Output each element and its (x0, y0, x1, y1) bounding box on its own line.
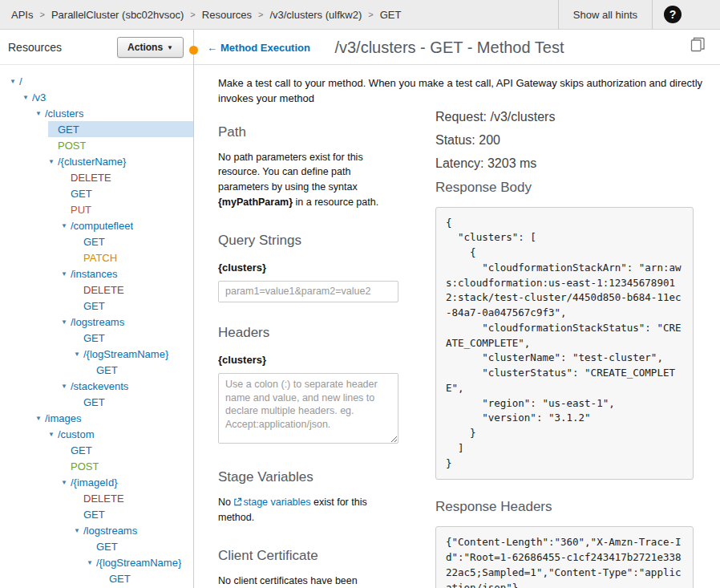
tree-item-label: PUT (71, 204, 91, 216)
tree-resource-v3[interactable]: ▼/v3 (22, 89, 193, 105)
stage-variables-link-label: stage variables (243, 497, 310, 508)
tree-item-label: GET (71, 188, 92, 200)
path-heading: Path (218, 124, 411, 140)
caret-down-icon[interactable]: ▼ (74, 351, 83, 358)
tree-item-label: GET (96, 541, 118, 553)
external-link-icon (233, 497, 242, 509)
request-settings-column: Path No path parameters exist for this r… (218, 110, 411, 588)
caret-down-icon[interactable]: ▼ (35, 110, 45, 117)
tree-item-label: /instances (71, 268, 118, 280)
tree-resource-imageid[interactable]: ▼/{imageId} (61, 474, 193, 490)
response-headers-heading: Response Headers (435, 499, 694, 515)
tree-resource-custom[interactable]: ▼/custom (48, 426, 193, 442)
tree-method-delete[interactable]: DELETE (74, 490, 193, 506)
tree-resource-clustername[interactable]: ▼/{clusterName} (48, 153, 193, 169)
caret-down-icon: ▼ (167, 44, 173, 51)
page-title: /v3/clusters - GET - Method Test (334, 39, 564, 56)
tree-method-get[interactable]: GET (74, 506, 193, 522)
tree-method-delete[interactable]: DELETE (74, 282, 193, 298)
caret-down-icon[interactable]: ▼ (74, 527, 83, 534)
tree-item-label: GET (83, 236, 105, 248)
tree-method-get[interactable]: GET (48, 121, 193, 137)
tree-method-get[interactable]: GET (74, 394, 193, 410)
breadcrumb-item[interactable]: GET (380, 9, 402, 21)
caret-down-icon[interactable]: ▼ (35, 415, 45, 422)
tree-item-label: /{logStreamName} (96, 557, 181, 569)
tree-method-get[interactable]: GET (99, 570, 193, 586)
response-body-code: { "clusters": [ { "cloudformationStackAr… (435, 207, 694, 481)
tree-resource-[interactable]: ▼/ (10, 73, 193, 89)
tree-resource-logstreamname[interactable]: ▼/{logStreamName} (74, 346, 193, 362)
show-all-hints-button[interactable]: Show all hints (558, 0, 653, 30)
tree-item-label: GET (83, 509, 105, 521)
request-line: Request: /v3/clusters (435, 110, 694, 124)
tree-method-delete[interactable]: DELETE (61, 169, 193, 185)
tree-method-get[interactable]: GET (87, 362, 193, 378)
help-icon[interactable]: ? (664, 6, 682, 23)
tree-method-get[interactable]: GET (61, 442, 193, 458)
stage-variables-text: No stage variables exist for this method… (218, 495, 394, 526)
tree-method-get[interactable]: GET (61, 185, 193, 201)
stage-variables-heading: Stage Variables (218, 469, 411, 485)
caret-down-icon[interactable]: ▼ (61, 479, 71, 486)
stage-variables-text-start: No (218, 497, 233, 508)
breadcrumb-item[interactable]: APIs (11, 9, 33, 21)
caret-down-icon[interactable]: ▼ (61, 270, 71, 278)
path-param-syntax: {myPathParam} (218, 197, 293, 208)
tree-item-label: GET (109, 573, 131, 585)
stage-variables-link[interactable]: stage variables (233, 497, 310, 508)
tree-item-label: / (19, 75, 22, 87)
tree-method-get[interactable]: GET (74, 330, 193, 346)
back-link-label: Method Execution (220, 42, 310, 54)
tree-resource-logstreamname[interactable]: ▼/{logStreamName} (87, 554, 193, 570)
tree-resource-stackevents[interactable]: ▼/stackevents (61, 378, 193, 394)
path-description-text: No path parameters exist for this resour… (218, 152, 363, 193)
sidebar-title: Resources (8, 41, 62, 54)
tree-item-label: POST (58, 140, 86, 152)
caret-down-icon[interactable]: ▼ (22, 94, 32, 101)
status-line: Status: 200 (435, 133, 694, 148)
tree-item-label: PATCH (83, 252, 117, 264)
tree-method-get[interactable]: GET (87, 538, 193, 554)
method-execution-back-link[interactable]: ←Method Execution (207, 42, 310, 54)
actions-button[interactable]: Actions▼ (117, 37, 184, 58)
breadcrumb-item[interactable]: Resources (202, 9, 252, 21)
tree-method-get[interactable]: GET (74, 298, 193, 314)
documentation-icon[interactable] (690, 37, 706, 55)
tree-item-label: /computefleet (71, 220, 133, 232)
tree-method-get[interactable]: GET (74, 233, 193, 249)
request-label: Request: (435, 110, 490, 124)
tree-item-label: POST (71, 460, 99, 472)
caret-down-icon[interactable]: ▼ (10, 78, 19, 85)
tree-method-post[interactable]: POST (61, 458, 193, 474)
client-certificate-text: No client certificates have been generat… (218, 574, 394, 588)
main-header: ←Method Execution /v3/clusters - GET - M… (194, 30, 720, 65)
breadcrumb-separator: > (258, 10, 263, 19)
caret-down-icon[interactable]: ▼ (61, 318, 71, 326)
caret-down-icon[interactable]: ▼ (61, 383, 71, 390)
headers-textarea[interactable] (218, 373, 398, 444)
caret-down-icon[interactable]: ▼ (61, 222, 71, 229)
tree-resource-logstreams[interactable]: ▼/logstreams (74, 522, 193, 538)
caret-down-icon[interactable]: ▼ (48, 158, 58, 165)
tree-resource-logstreams[interactable]: ▼/logstreams (61, 314, 193, 330)
breadcrumb-item[interactable]: /v3/clusters (ulfkw2) (269, 9, 362, 21)
tree-method-post[interactable]: POST (48, 137, 193, 153)
tree-resource-instances[interactable]: ▼/instances (61, 266, 193, 282)
status-value: 200 (479, 133, 500, 147)
panel-divider-handle[interactable] (189, 46, 198, 55)
tree-item-label: DELETE (83, 493, 124, 505)
resource-tree: ▼/▼/v3▼/clustersGETPOST▼/{clusterName}DE… (0, 65, 193, 586)
caret-down-icon[interactable]: ▼ (48, 431, 58, 438)
tree-method-patch[interactable]: PATCH (74, 249, 193, 266)
query-string-input[interactable] (218, 281, 398, 302)
tree-method-put[interactable]: PUT (61, 201, 193, 217)
tree-resource-computefleet[interactable]: ▼/computefleet (61, 217, 193, 233)
tree-item-label: /{imageId} (71, 476, 118, 489)
path-description-tail: in a resource path. (293, 197, 378, 208)
tree-resource-clusters[interactable]: ▼/clusters (35, 105, 193, 121)
caret-down-icon[interactable]: ▼ (87, 559, 96, 566)
response-headers-code: {"Content-Length":"360","X-Amzn-Trace-Id… (435, 526, 694, 588)
breadcrumb-item[interactable]: ParallelCluster (sbc02hvsoc) (51, 9, 184, 21)
tree-resource-images[interactable]: ▼/images (35, 410, 193, 426)
